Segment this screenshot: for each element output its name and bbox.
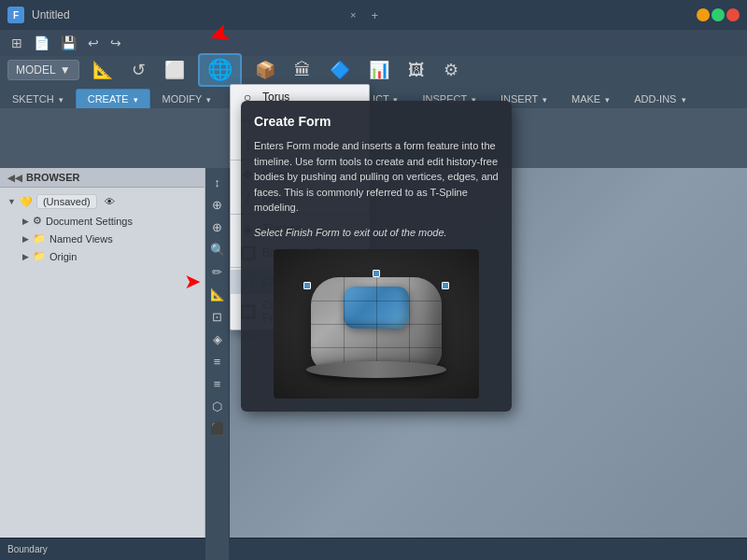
- origin-icon: 📁: [33, 250, 46, 262]
- grid-icon[interactable]: ⊞: [7, 34, 26, 52]
- tab-create[interactable]: CREATE ▾: [76, 89, 150, 108]
- tooltip-description: Enters Form mode and inserts a form feat…: [254, 138, 499, 216]
- lt-lines1-icon[interactable]: ≡: [207, 351, 228, 371]
- quick-toolbar: ⊞ 📄 💾 ↩ ↪: [0, 30, 747, 56]
- app-icon: F: [7, 7, 24, 23]
- tree-item-origin[interactable]: ▶ 📁 Origin: [0, 247, 204, 265]
- expand-icon-origin: ▶: [22, 252, 29, 261]
- tree-item-doc-settings[interactable]: ▶ ⚙ Document Settings: [0, 212, 204, 230]
- maximize-button[interactable]: [712, 8, 725, 21]
- shape-grid-overlay: [311, 277, 442, 371]
- lt-square-icon[interactable]: ⬛: [207, 418, 228, 439]
- window-controls: [697, 8, 740, 21]
- browser-collapse-icon[interactable]: ◀◀: [7, 173, 22, 183]
- mode-bar: MODEL ▼ 📐 ↺ ⬜ ➤ 🌐 📦 🏛 🔷 📊 🖼 ⚙: [0, 56, 747, 84]
- tspline-3d-shape: [311, 277, 442, 371]
- expand-icon-views: ▶: [22, 234, 29, 244]
- lt-measure-icon[interactable]: 📐: [207, 284, 228, 304]
- title-bar: F Untitled × +: [0, 0, 747, 30]
- create-form-ribbon-area: ➤ 🌐: [198, 53, 242, 87]
- grid-v1: [344, 277, 345, 371]
- lt-zoom-icon[interactable]: 🔍: [207, 239, 228, 259]
- tooltip-title: Create Form: [254, 114, 499, 129]
- status-bar: Boundary: [0, 538, 747, 560]
- unsaved-label: (Unsaved): [36, 194, 97, 209]
- redo-icon[interactable]: ↪: [106, 34, 125, 52]
- tree-item-root[interactable]: ▼ 💛 (Unsaved) 👁: [0, 191, 204, 212]
- lt-box-icon[interactable]: ⊡: [207, 306, 228, 327]
- visibility-icon[interactable]: 👁: [105, 196, 115, 207]
- extrude2-icon[interactable]: 📦: [249, 58, 281, 82]
- close-button[interactable]: [726, 8, 740, 21]
- expand-icon: ▼: [7, 197, 16, 206]
- lt-move-icon[interactable]: ↕: [207, 172, 228, 192]
- lt-hex-icon[interactable]: ⬡: [207, 396, 228, 416]
- lt-pencil-icon[interactable]: ✏: [207, 261, 228, 282]
- undo-icon[interactable]: ↩: [84, 34, 103, 52]
- browser-tree: ▼ 💛 (Unsaved) 👁 ▶ ⚙ Document Settings ▶ …: [0, 188, 204, 560]
- browser-title: BROWSER: [26, 172, 79, 183]
- left-toolbar: ↕ ⊕ ⊕ 🔍 ✏ 📐 ⊡ ◈ ≡ ≡ ⬡ ⬛: [205, 168, 230, 560]
- root-icon: 💛: [20, 196, 33, 208]
- origin-label: Origin: [49, 251, 77, 262]
- create-form-ribbon-button[interactable]: 🌐: [198, 53, 242, 87]
- tab-sketch[interactable]: SKETCH ▾: [0, 89, 76, 108]
- expand-icon-doc: ▶: [22, 217, 29, 226]
- doc-settings-label: Document Settings: [46, 216, 133, 227]
- lt-add1-icon[interactable]: ⊕: [207, 194, 228, 215]
- status-text: Boundary: [7, 544, 48, 554]
- revolve-icon[interactable]: 🏛: [289, 59, 317, 82]
- tooltip-select-text: Select Finish Form to exit out of the mo…: [254, 225, 499, 241]
- image-icon[interactable]: 🖼: [402, 59, 430, 82]
- window-title: Untitled: [32, 8, 343, 21]
- shape-preview: [274, 249, 479, 399]
- settings-icon[interactable]: ⚙: [438, 58, 464, 82]
- create-form-tooltip: Create Form Enters Form mode and inserts…: [241, 101, 512, 412]
- named-views-icon: 📁: [33, 232, 46, 245]
- mode-selector[interactable]: MODEL ▼: [7, 60, 79, 80]
- handle-left: [303, 282, 311, 289]
- sketch-icon[interactable]: 📐: [87, 58, 119, 82]
- rotate-icon[interactable]: ↺: [126, 58, 151, 82]
- close-tab[interactable]: ×: [343, 7, 363, 22]
- new-tab[interactable]: +: [363, 7, 386, 24]
- lt-lines2-icon[interactable]: ≡: [207, 373, 228, 394]
- lt-add2-icon[interactable]: ⊕: [207, 217, 228, 237]
- handle-top: [373, 270, 380, 277]
- lt-diamond-icon[interactable]: ◈: [207, 329, 228, 349]
- tree-item-named-views[interactable]: ▶ 📁 Named Views: [0, 230, 204, 247]
- new-file-icon[interactable]: 📄: [30, 34, 53, 52]
- extrude-icon[interactable]: ⬜: [159, 58, 190, 82]
- tab-addins[interactable]: ADD-INS ▾: [622, 89, 698, 108]
- grid-v3: [409, 277, 410, 371]
- tab-make[interactable]: MAKE ▾: [559, 89, 622, 108]
- minimize-button[interactable]: [697, 8, 710, 21]
- grid-v2: [376, 277, 377, 371]
- sidebar: ◀◀ BROWSER ▼ 💛 (Unsaved) 👁 ▶ ⚙ Document …: [0, 168, 205, 560]
- named-views-label: Named Views: [49, 233, 113, 245]
- chart-icon[interactable]: 📊: [363, 58, 395, 82]
- save-icon[interactable]: 💾: [57, 34, 80, 52]
- tab-modify[interactable]: MODIFY ▾: [150, 89, 224, 108]
- loft-icon[interactable]: 🔷: [324, 58, 356, 82]
- handle-right: [442, 282, 449, 289]
- red-arrow-left-icon: ➤: [184, 270, 201, 294]
- doc-settings-icon: ⚙: [33, 215, 42, 227]
- browser-header: ◀◀ BROWSER: [0, 168, 204, 188]
